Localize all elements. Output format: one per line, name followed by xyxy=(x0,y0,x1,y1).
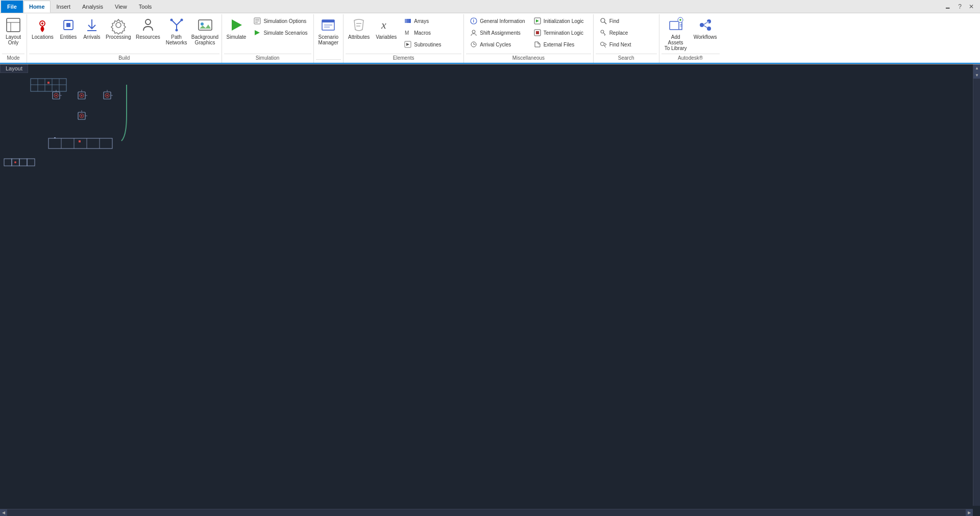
canvas-path-curve xyxy=(116,85,137,147)
btn-subroutines[interactable]: Subroutines xyxy=(400,39,461,50)
canvas-station-4 xyxy=(74,108,89,125)
btn-entities[interactable]: Entities xyxy=(57,15,80,41)
help-btn[interactable]: ? xyxy=(956,2,964,11)
btn-find[interactable]: Find xyxy=(596,15,657,27)
svg-rect-61 xyxy=(47,82,50,84)
svg-point-74 xyxy=(107,95,108,96)
svg-rect-27 xyxy=(407,19,409,23)
close-btn[interactable]: ✕ xyxy=(967,2,976,11)
btn-init-logic[interactable]: Initialization Logic xyxy=(530,15,591,27)
btn-subroutines-label: Subroutines xyxy=(414,42,441,47)
btn-arrivals[interactable]: Arrivals xyxy=(81,15,103,41)
scenario-manager-icon xyxy=(320,17,336,33)
shift-assignments-icon xyxy=(470,29,478,37)
btn-arrays[interactable]: Arrays xyxy=(400,15,461,27)
btn-resources[interactable]: Resources xyxy=(134,15,162,41)
btn-attributes[interactable]: Attributes xyxy=(346,15,372,41)
locations-icon xyxy=(34,17,51,33)
btn-layout-only-label: LayoutOnly xyxy=(6,34,21,45)
btn-background-graphics-label: BackgroundGraphics xyxy=(191,34,218,45)
svg-point-64 xyxy=(56,95,57,96)
scrollbar-bottom[interactable]: ◀ ▶ xyxy=(0,509,973,516)
btn-workflows[interactable]: Workflows xyxy=(691,15,720,41)
btn-arrivals-label: Arrivals xyxy=(83,34,100,40)
search-col: Find Replace xyxy=(596,15,657,50)
svg-rect-37 xyxy=(536,31,539,34)
canvas-conveyor xyxy=(48,136,112,152)
svg-point-69 xyxy=(81,95,83,96)
tab-view[interactable]: View xyxy=(109,1,133,13)
tab-file[interactable]: File xyxy=(1,1,23,13)
svg-rect-87 xyxy=(79,140,81,142)
btn-find-next[interactable]: Find Next xyxy=(596,39,657,50)
general-info-icon: i xyxy=(470,17,478,25)
tab-home[interactable]: Home xyxy=(23,1,51,13)
btn-shift-assignments[interactable]: Shift Assignments xyxy=(466,27,528,38)
btn-general-info[interactable]: i General Information xyxy=(466,15,528,27)
find-icon xyxy=(599,17,607,25)
add-assets-icon xyxy=(668,17,684,33)
app: File Home Insert Analysis View Tools 🗕 ?… xyxy=(0,0,980,516)
group-elements-items: Attributes x Variables xyxy=(346,15,461,54)
btn-sim-options[interactable]: Simulation Options xyxy=(250,15,311,27)
svg-text:i: i xyxy=(473,18,475,23)
btn-scenario-manager[interactable]: ScenarioManager xyxy=(316,15,341,47)
scroll-right-arrow[interactable]: ▶ xyxy=(966,509,973,517)
btn-find-label: Find xyxy=(609,18,619,24)
btn-path-networks-label: PathNetworks xyxy=(166,34,187,45)
btn-background-graphics[interactable]: BackgroundGraphics xyxy=(191,15,219,47)
tab-insert[interactable]: Insert xyxy=(51,1,77,13)
group-mode-label: Mode xyxy=(2,54,24,62)
group-scenario-items: ScenarioManager xyxy=(316,15,341,59)
canvas-station-2 xyxy=(74,88,89,104)
layout-tab[interactable]: Layout xyxy=(0,64,28,73)
svg-line-53 xyxy=(704,22,707,24)
entities-icon xyxy=(60,17,77,33)
group-search-items: Find Replace xyxy=(596,15,657,54)
btn-path-networks[interactable]: PathNetworks xyxy=(163,15,190,47)
btn-resources-label: Resources xyxy=(136,34,160,40)
group-misc-items: i General Information xyxy=(466,15,591,54)
btn-simulate[interactable]: Simulate xyxy=(224,15,249,41)
btn-external-files[interactable]: External Files xyxy=(530,39,591,50)
svg-point-4 xyxy=(41,22,43,24)
group-build-items: Locations Entities xyxy=(29,15,219,54)
subroutines-icon xyxy=(404,40,412,48)
svg-rect-6 xyxy=(66,23,70,27)
group-search: Find Replace xyxy=(594,14,659,63)
resources-icon xyxy=(140,17,156,33)
minimize-btn[interactable]: 🗕 xyxy=(943,2,953,11)
btn-variables[interactable]: x Variables xyxy=(373,15,399,41)
ribbon-content: LayoutOnly Mode xyxy=(0,13,980,64)
btn-find-next-label: Find Next xyxy=(609,42,631,47)
btn-term-logic[interactable]: Termination Logic xyxy=(530,27,591,38)
svg-rect-26 xyxy=(405,19,407,23)
layout-tab-label: Layout xyxy=(6,65,22,71)
btn-macros[interactable]: M Macros xyxy=(400,27,461,38)
layout-area[interactable]: Layout xyxy=(0,64,980,516)
scroll-down-arrow[interactable]: ▼ xyxy=(973,71,980,79)
group-simulation-label: Simulation xyxy=(224,54,311,62)
group-scenario-label xyxy=(316,59,341,62)
btn-replace[interactable]: Replace xyxy=(596,27,657,38)
svg-point-52 xyxy=(707,27,711,31)
simulate-icon xyxy=(228,17,244,33)
btn-add-assets[interactable]: Add AssetsTo Library xyxy=(662,15,690,53)
scroll-up-arrow[interactable]: ▲ xyxy=(973,64,980,71)
sim-scenarios-icon xyxy=(253,29,261,37)
btn-locations[interactable]: Locations xyxy=(29,15,56,41)
svg-rect-91 xyxy=(19,159,27,166)
svg-point-14 xyxy=(201,22,204,26)
tab-tools[interactable]: Tools xyxy=(133,1,158,13)
scrollbar-right[interactable]: ▲ ▼ xyxy=(973,64,980,506)
btn-arrival-cycles[interactable]: Arrival Cycles xyxy=(466,39,528,50)
btn-layout-only[interactable]: LayoutOnly xyxy=(2,15,24,47)
processing-icon xyxy=(110,17,127,33)
btn-processing[interactable]: Processing xyxy=(104,15,133,41)
scroll-left-arrow[interactable]: ◀ xyxy=(0,509,7,517)
btn-external-files-label: External Files xyxy=(544,42,575,47)
tab-analysis[interactable]: Analysis xyxy=(77,1,109,13)
btn-sim-scenarios[interactable]: Simulate Scenarios xyxy=(250,27,311,38)
svg-text:x: x xyxy=(381,18,386,31)
group-build: Locations Entities xyxy=(27,14,222,63)
